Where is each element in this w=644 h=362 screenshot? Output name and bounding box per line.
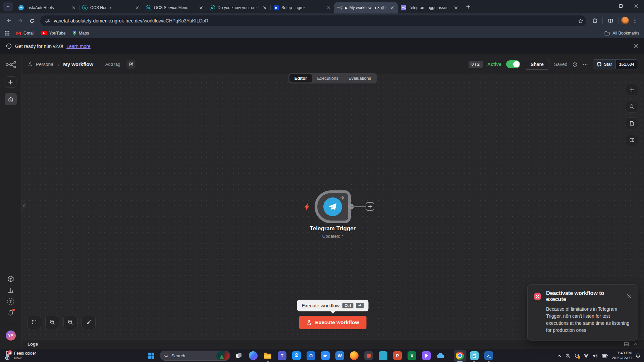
onedrive-icon[interactable]: [435, 350, 447, 362]
github-star-button[interactable]: Star: [593, 60, 615, 69]
add-node-button[interactable]: [626, 84, 638, 96]
clipchamp-icon[interactable]: [420, 350, 432, 362]
battery-icon[interactable]: [602, 354, 608, 358]
tab-editor[interactable]: Editor: [289, 74, 312, 82]
forward-button[interactable]: [15, 15, 26, 26]
bookmark-youtube[interactable]: YouTube: [41, 31, 66, 36]
maximize-button[interactable]: [613, 0, 629, 12]
add-tag-button[interactable]: + Add tag: [102, 62, 120, 67]
workflow-canvas[interactable]: Editor Executions Evaluations: [21, 74, 644, 339]
sidebar-collapse-handle[interactable]: [21, 200, 26, 210]
notepad-icon[interactable]: [468, 350, 480, 362]
logs-panel-bar[interactable]: Logs: [21, 339, 644, 349]
banner-close-icon[interactable]: [634, 44, 638, 48]
browser-profile-avatar[interactable]: [621, 16, 629, 25]
tab-evaluations[interactable]: Evaluations: [343, 74, 376, 82]
bookmark-gmail[interactable]: Gmail: [16, 31, 35, 36]
search-highlight-image[interactable]: [216, 351, 229, 360]
taskbar-app-icon[interactable]: [363, 350, 375, 362]
fit-view-button[interactable]: [27, 315, 41, 329]
tab-close-icon[interactable]: [326, 5, 331, 10]
active-toggle[interactable]: [506, 60, 520, 68]
clock-widget[interactable]: 7:40 PM 2025-12-09: [612, 351, 632, 361]
url-text[interactable]: varietal-absolutely-domenic.ngrok-free.d…: [54, 18, 575, 23]
minimize-button[interactable]: [598, 0, 613, 12]
outlook-icon[interactable]: O: [305, 350, 317, 362]
reload-button[interactable]: [26, 15, 38, 26]
node-body[interactable]: [315, 190, 351, 223]
copilot-icon[interactable]: [247, 350, 259, 362]
tab-close-icon[interactable]: [71, 5, 76, 10]
open-logs-panel-icon[interactable]: [624, 342, 629, 347]
start-button[interactable]: [145, 350, 157, 362]
tab-close-icon[interactable]: [198, 5, 204, 10]
whats-new-bell-icon[interactable]: [7, 309, 14, 316]
tab-close-icon[interactable]: [389, 5, 395, 10]
add-sticky-note-button[interactable]: [626, 117, 638, 129]
tab-setup-ngrok[interactable]: n Setup - ngrok: [270, 2, 334, 13]
chevron-up-icon[interactable]: [634, 342, 638, 346]
tab-executions[interactable]: Executions: [312, 74, 343, 82]
taskbar-weather-widget[interactable]: 2 Feels colder Now: [3, 349, 36, 362]
templates-icon[interactable]: [7, 275, 14, 283]
notification-bell-icon[interactable]: [635, 353, 641, 358]
teams-icon[interactable]: T: [276, 350, 288, 362]
history-icon[interactable]: [572, 61, 578, 67]
tab-ocs-home[interactable]: tu OCS Home: [79, 2, 143, 13]
wifi-icon[interactable]: [583, 353, 589, 358]
more-options-icon[interactable]: [583, 62, 588, 67]
hidden-icons-chevron[interactable]: [557, 354, 561, 358]
github-star-widget[interactable]: Star 161,634: [593, 59, 638, 69]
tab-instaautoreels[interactable]: InstaAutoReels: [15, 2, 79, 13]
powershell-icon[interactable]: >_: [483, 350, 495, 362]
banner-learn-more-link[interactable]: Learn more: [66, 44, 91, 49]
add-connected-node-button[interactable]: [366, 202, 374, 211]
execute-workflow-button[interactable]: Execute workflow: [299, 316, 367, 329]
share-button[interactable]: Share: [525, 59, 549, 70]
tab-credit-score[interactable]: tu Do you know your credit score?: [207, 2, 270, 13]
apps-grid-icon[interactable]: [5, 31, 9, 36]
excel-icon[interactable]: X: [406, 350, 418, 362]
bookmark-maps[interactable]: Maps: [72, 31, 89, 36]
user-avatar[interactable]: YP: [6, 330, 16, 341]
tidy-up-button[interactable]: [82, 315, 96, 329]
star-count[interactable]: 161,634: [616, 60, 638, 69]
volume-icon[interactable]: [593, 353, 598, 358]
toggle-panel-button[interactable]: [626, 134, 638, 146]
taskbar-app-icon[interactable]: [377, 350, 389, 362]
new-tab-button[interactable]: [464, 2, 473, 11]
firefox-icon[interactable]: [348, 350, 360, 362]
extensions-icon[interactable]: [589, 15, 600, 26]
taskbar-search-box[interactable]: Search: [160, 351, 230, 361]
tab-close-icon[interactable]: [135, 5, 140, 10]
tab-close-icon[interactable]: [453, 5, 459, 10]
sidebar-item-overview[interactable]: [5, 93, 17, 105]
back-button[interactable]: [3, 15, 15, 26]
chrome-icon[interactable]: [454, 350, 466, 362]
tab-close-icon[interactable]: [262, 5, 267, 10]
add-workflow-button[interactable]: [5, 76, 16, 88]
bookmark-star-icon[interactable]: [578, 18, 584, 24]
tab-my-workflow-active[interactable]: ▶ My workflow - n8n[DEV]: [334, 2, 398, 13]
search-nodes-button[interactable]: [626, 101, 638, 113]
help-icon[interactable]: ?: [7, 298, 14, 305]
site-settings-icon[interactable]: [45, 18, 50, 23]
word-icon[interactable]: W: [334, 350, 346, 362]
tab-search-button[interactable]: [3, 2, 13, 11]
reading-list-icon[interactable]: [605, 15, 616, 26]
powerpoint-icon[interactable]: P: [391, 350, 404, 362]
tab-telegram-trigger-issue[interactable]: Telegram trigger issue with mes: [398, 2, 462, 13]
insights-icon[interactable]: [7, 287, 14, 294]
zoom-in-button[interactable]: [45, 315, 59, 329]
tab-ocs-service-menu[interactable]: tu OCS Service Menu: [143, 2, 207, 13]
browser-menu-icon[interactable]: [629, 15, 641, 26]
close-window-button[interactable]: [629, 0, 644, 12]
mic-muted-icon[interactable]: [565, 353, 571, 358]
update-sync-icon[interactable]: [574, 353, 580, 358]
microsoft-store-icon[interactable]: [290, 350, 303, 362]
all-bookmarks[interactable]: All Bookmarks: [604, 31, 639, 36]
toast-close-icon[interactable]: [627, 294, 632, 299]
url-bar[interactable]: varietal-absolutely-domenic.ngrok-free.d…: [40, 15, 586, 26]
zoom-icon[interactable]: [319, 350, 331, 362]
workflow-name[interactable]: My workflow: [63, 61, 93, 67]
